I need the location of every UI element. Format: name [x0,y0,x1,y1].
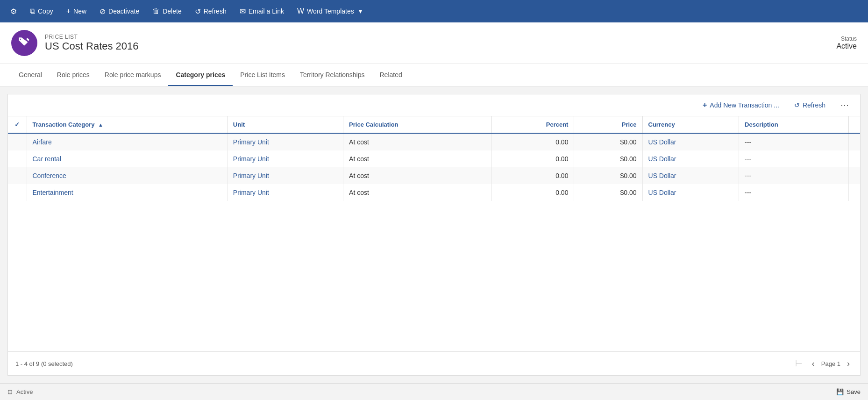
grid-more-button[interactable]: ⋯ [837,98,853,112]
new-icon: + [66,7,71,15]
record-title: US Cost Rates 2016 [45,40,836,52]
prev-page-button[interactable]: ‹ [809,357,818,371]
tab-territory-relationships[interactable]: Territory Relationships [292,64,372,86]
tab-general[interactable]: General [11,64,50,86]
status-label: Status [836,36,857,42]
cell-percent: 0.00 [491,150,574,167]
cell-price-calculation: At cost [343,133,491,150]
header-status: Status Active [836,36,857,50]
main-toolbar: ⚙ ⧉ Copy + New ⊘ Deactivate 🗑 Delete ↺ R… [0,0,868,22]
cell-price-calculation: At cost [343,167,491,184]
col-actions [849,116,861,133]
cell-percent: 0.00 [491,184,574,201]
email-icon: ✉ [240,7,246,16]
tab-role-price-markups[interactable]: Role price markups [97,64,169,86]
cell-currency[interactable]: US Dollar [642,133,739,150]
select-all-header[interactable]: ✓ [8,116,27,133]
row-checkbox[interactable] [8,133,27,150]
cell-transaction-category[interactable]: Car rental [27,150,227,167]
cell-price-calculation: At cost [343,184,491,201]
cell-currency[interactable]: US Dollar [642,184,739,201]
delete-icon: 🗑 [152,7,160,15]
cell-price-calculation: At cost [343,150,491,167]
refresh-button[interactable]: ↺ Refresh [188,0,233,22]
cell-description: --- [739,184,849,201]
settings-button[interactable]: ⚙ [4,0,23,22]
col-transaction-category[interactable]: Transaction Category ▲ [27,116,227,133]
cell-unit[interactable]: Primary Unit [227,150,343,167]
col-price-calculation: Price Calculation [343,116,491,133]
table-header: ✓ Transaction Category ▲ Unit Price Calc… [8,116,860,133]
cell-spacer [849,133,861,150]
col-percent: Percent [491,116,574,133]
tab-related[interactable]: Related [372,64,409,86]
cell-price: $0.00 [574,150,642,167]
copy-button[interactable]: ⧉ Copy [23,0,60,22]
col-price: Price [574,116,642,133]
cell-description: --- [739,167,849,184]
dropdown-arrow-icon: ▾ [359,7,362,15]
status-bar: ⊡ Active 💾 Save [0,383,868,400]
pagination-controls: ⊢ ‹ Page 1 › [792,357,853,371]
table-row[interactable]: Entertainment Primary Unit At cost 0.00 … [8,184,860,201]
cell-price: $0.00 [574,133,642,150]
cell-unit[interactable]: Primary Unit [227,133,343,150]
grid-refresh-icon: ↺ [794,101,800,109]
cell-spacer [849,150,861,167]
word-templates-button[interactable]: W Word Templates ▾ [291,0,369,22]
cell-transaction-category[interactable]: Entertainment [27,184,227,201]
cell-transaction-category[interactable]: Airfare [27,133,227,150]
deactivate-icon: ⊘ [100,7,106,16]
status-bar-value: Active [16,388,33,395]
delete-button[interactable]: 🗑 Delete [146,0,188,22]
header-text-area: PRICE LIST US Cost Rates 2016 [45,34,836,52]
status-left: ⊡ Active [7,388,33,395]
col-description: Description [739,116,849,133]
tabs-bar: General Role prices Role price markups C… [0,64,868,86]
cell-unit[interactable]: Primary Unit [227,184,343,201]
status-value: Active [836,42,857,50]
category-prices-table: ✓ Transaction Category ▲ Unit Price Calc… [8,116,860,201]
pagination: 1 - 4 of 9 (0 selected) ⊢ ‹ Page 1 › [8,351,860,375]
cell-percent: 0.00 [491,133,574,150]
deactivate-button[interactable]: ⊘ Deactivate [93,0,146,22]
price-list-icon [18,36,31,50]
row-checkbox[interactable] [8,184,27,201]
table-row[interactable]: Airfare Primary Unit At cost 0.00 $0.00 … [8,133,860,150]
col-currency: Currency [642,116,739,133]
cell-description: --- [739,150,849,167]
cell-currency[interactable]: US Dollar [642,167,739,184]
new-button[interactable]: + New [60,0,93,22]
copy-icon: ⧉ [30,7,35,15]
row-checkbox[interactable] [8,150,27,167]
first-page-button[interactable]: ⊢ [792,357,805,371]
next-page-button[interactable]: › [844,357,853,371]
add-icon: + [703,101,707,109]
entity-label: PRICE LIST [45,34,836,40]
content-area: + Add New Transaction ... ↺ Refresh ⋯ ✓ [0,86,868,383]
cell-transaction-category[interactable]: Conference [27,167,227,184]
cell-description: --- [739,133,849,150]
page-label: Page 1 [821,360,840,367]
table-body: Airfare Primary Unit At cost 0.00 $0.00 … [8,133,860,201]
checkmark-icon: ✓ [14,121,20,128]
pagination-summary: 1 - 4 of 9 (0 selected) [15,360,73,367]
cell-price: $0.00 [574,184,642,201]
grid-refresh-button[interactable]: ↺ Refresh [790,100,829,111]
save-button[interactable]: 💾 Save [836,388,861,395]
tab-role-prices[interactable]: Role prices [50,64,97,86]
grid-container: + Add New Transaction ... ↺ Refresh ⋯ ✓ [7,94,861,376]
record-header: PRICE LIST US Cost Rates 2016 Status Act… [0,22,868,64]
table-row[interactable]: Conference Primary Unit At cost 0.00 $0.… [8,167,860,184]
cell-unit[interactable]: Primary Unit [227,167,343,184]
table-row[interactable]: Car rental Primary Unit At cost 0.00 $0.… [8,150,860,167]
row-checkbox[interactable] [8,167,27,184]
cell-currency[interactable]: US Dollar [642,150,739,167]
cell-price: $0.00 [574,167,642,184]
data-table: ✓ Transaction Category ▲ Unit Price Calc… [8,116,860,351]
add-new-transaction-button[interactable]: + Add New Transaction ... [699,99,783,111]
email-link-button[interactable]: ✉ Email a Link [233,0,291,22]
tab-category-prices[interactable]: Category prices [168,64,233,86]
avatar [11,30,37,56]
tab-price-list-items[interactable]: Price List Items [233,64,292,86]
